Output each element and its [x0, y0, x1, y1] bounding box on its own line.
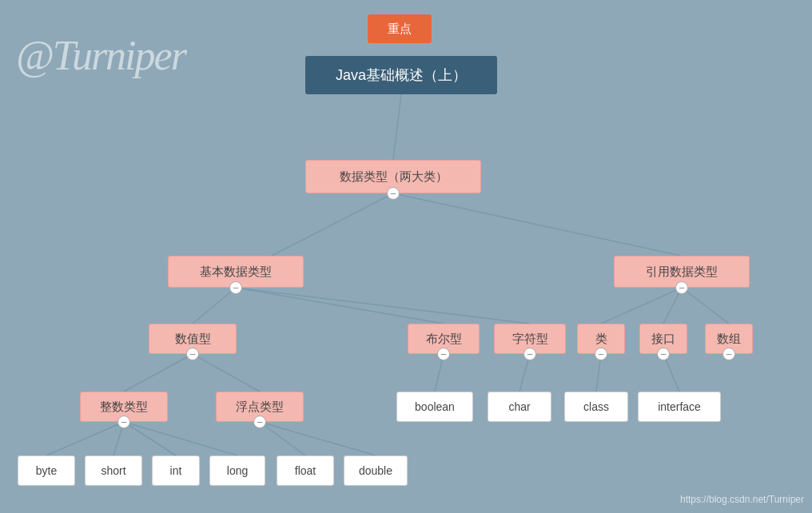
svg-line-1 — [272, 193, 393, 256]
node-label-ref: 引用数据类型 — [646, 264, 718, 280]
svg-line-13 — [124, 422, 176, 455]
node-label-array_type: 数组 — [717, 332, 741, 347]
svg-line-3 — [193, 288, 236, 324]
node-numeric: 数值型− — [149, 324, 237, 354]
minus-badge-numeric[interactable]: − — [186, 348, 199, 360]
node-label-int: int — [170, 464, 182, 477]
node-label-basic: 基本数据类型 — [200, 264, 272, 280]
node-double: double — [344, 455, 408, 486]
svg-line-14 — [124, 422, 237, 455]
node-label-bool: 布尔型 — [426, 332, 462, 347]
node-label-class_type: 类 — [595, 332, 607, 347]
minus-badge-float_type[interactable]: − — [253, 416, 266, 428]
node-byte: byte — [18, 455, 75, 486]
node-ref: 引用数据类型− — [614, 256, 750, 288]
url-label: https://blog.csdn.net/Turniper — [680, 494, 804, 505]
node-float: float — [277, 455, 334, 486]
minus-badge-data_types[interactable]: − — [387, 187, 400, 200]
node-char_type: 字符型− — [494, 324, 566, 354]
minus-badge-array_type[interactable]: − — [722, 348, 735, 360]
svg-line-4 — [236, 288, 444, 324]
node-basic: 基本数据类型− — [168, 256, 304, 288]
minus-badge-char_type[interactable]: − — [523, 348, 536, 360]
node-label-long: long — [227, 464, 248, 477]
node-data_types: 数据类型（两大类）− — [305, 160, 481, 193]
node-array_type: 数组− — [705, 324, 753, 354]
node-boolean_val: boolean — [396, 392, 473, 422]
svg-line-8 — [682, 288, 729, 324]
node-integer: 整数类型− — [80, 392, 168, 422]
minus-badge-integer[interactable]: − — [117, 416, 130, 428]
minus-badge-class_type[interactable]: − — [595, 348, 607, 360]
minus-badge-basic[interactable]: − — [229, 281, 242, 294]
node-interface_type: 接口− — [639, 324, 687, 354]
node-class_val: class — [564, 392, 628, 422]
node-label-char_type: 字符型 — [512, 332, 548, 347]
minus-badge-ref[interactable]: − — [675, 281, 688, 294]
node-float_type: 浮点类型− — [216, 392, 304, 422]
node-label-interface_val: interface — [658, 400, 701, 413]
svg-line-9 — [124, 354, 193, 392]
node-label-data_types: 数据类型（两大类） — [340, 169, 448, 185]
svg-line-15 — [260, 422, 305, 455]
node-char_val: char — [488, 392, 551, 422]
node-label-interface_type: 接口 — [651, 332, 675, 347]
node-label-char_val: char — [508, 400, 530, 413]
svg-line-5 — [236, 288, 530, 324]
svg-line-6 — [601, 288, 682, 324]
svg-line-2 — [393, 193, 681, 256]
node-label-zhongdian: 重点 — [388, 22, 412, 37]
minus-badge-interface_type[interactable]: − — [657, 348, 670, 360]
node-label-numeric: 数值型 — [175, 332, 211, 347]
node-short: short — [85, 455, 142, 486]
node-bool: 布尔型− — [408, 324, 480, 354]
node-long: long — [209, 455, 265, 486]
node-label-double: double — [359, 464, 392, 477]
node-label-class_val: class — [583, 400, 609, 413]
node-label-root: Java基础概述（上） — [336, 66, 467, 85]
svg-line-10 — [193, 354, 260, 392]
watermark: @Turniper — [16, 32, 185, 79]
node-label-byte: byte — [36, 464, 57, 477]
node-label-short: short — [101, 464, 125, 477]
node-int: int — [152, 455, 200, 486]
node-root: Java基础概述（上） — [305, 56, 497, 94]
node-label-boolean_val: boolean — [415, 400, 455, 413]
node-class_type: 类− — [577, 324, 625, 354]
svg-line-0 — [393, 94, 401, 160]
node-zhongdian: 重点 — [368, 14, 432, 43]
svg-line-11 — [46, 422, 124, 455]
svg-line-16 — [260, 422, 376, 455]
node-label-float: float — [295, 464, 316, 477]
node-label-integer: 整数类型 — [100, 400, 148, 415]
node-label-float_type: 浮点类型 — [236, 400, 284, 415]
node-interface_val: interface — [638, 392, 721, 422]
minus-badge-bool[interactable]: − — [437, 348, 450, 360]
